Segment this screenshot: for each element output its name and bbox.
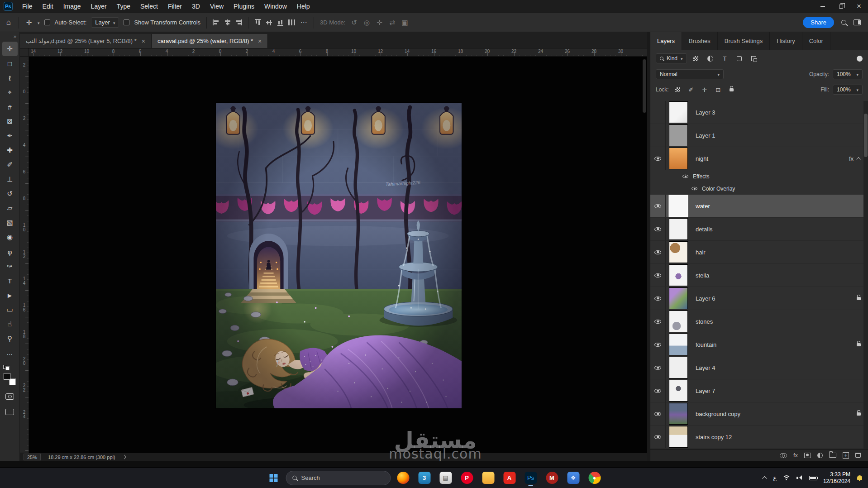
layer-visibility-toggle[interactable] [688,182,700,195]
layer-thumbnail[interactable] [666,379,691,402]
menu-item[interactable]: Image [58,0,86,13]
filter-smart-objects-icon[interactable] [749,53,759,63]
filter-toggle[interactable] [857,56,863,62]
lock-transparency-icon[interactable] [672,85,682,94]
taskbar-app-icon[interactable] [479,469,497,487]
layer-visibility-toggle[interactable] [650,147,666,170]
menu-item[interactable]: 3D [187,0,205,13]
tool-button[interactable]: ▱ [2,201,18,215]
opacity-dropdown[interactable]: 100% [833,69,863,79]
menu-item[interactable]: File [17,0,38,13]
layer-row[interactable]: Layer 7 [650,379,868,402]
wifi-icon[interactable] [782,475,791,481]
menu-item[interactable]: Plugins [229,0,259,13]
taskbar-app-icon[interactable]: Ps [522,469,540,487]
layer-visibility-toggle[interactable] [650,264,666,287]
taskbar-app-icon[interactable]: ❖ [564,469,582,487]
layer-thumbnail[interactable] [666,287,691,310]
layer-thumbnail[interactable] [666,264,691,287]
tool-button[interactable]: □ [2,56,18,71]
quick-mask-icon[interactable] [5,393,14,400]
color-swatches[interactable] [4,373,16,385]
tool-button[interactable]: ⊠ [2,114,18,129]
filter-shape-layers-icon[interactable] [734,53,745,63]
close-button[interactable] [850,0,868,13]
layer-row[interactable]: details [650,218,868,241]
taskbar-app-icon[interactable]: ● [586,469,604,487]
layer-thumbnail[interactable] [666,124,691,147]
tool-button[interactable]: ℓ [2,71,18,85]
document-tab[interactable]: caraval.psd @ 25% (water, RGB/8) * [152,34,268,48]
search-icon[interactable] [841,20,846,25]
layer-thumbnail[interactable] [666,218,691,240]
close-icon[interactable] [142,38,145,45]
align-right-icon[interactable] [235,19,242,25]
tool-button[interactable]: ▧ [2,215,18,230]
layer-visibility-toggle[interactable] [650,356,666,379]
layer-row[interactable]: water [650,195,868,218]
tool-button[interactable]: ⚲ [2,331,18,346]
canvas-artwork[interactable]: Tahimarnight226 [216,103,462,408]
menu-item[interactable]: Layer [86,0,112,13]
language-indicator[interactable]: ع [773,474,777,481]
layer-thumbnail[interactable] [666,426,691,448]
foreground-color-swatch[interactable] [4,373,10,380]
layer-thumbnail[interactable] [666,195,691,217]
tool-button[interactable]: ⊥ [2,172,18,187]
panel-tab[interactable]: Brushes [682,32,718,50]
layer-visibility-toggle[interactable] [650,241,666,263]
menu-item[interactable]: Window [259,0,292,13]
show-transform-checkbox[interactable] [124,19,129,25]
taskbar-search[interactable]: Search [286,471,391,485]
layer-row[interactable]: Effects [650,170,868,182]
taskbar-app-icon[interactable]: ▤ [437,469,455,487]
share-button[interactable]: Share [803,17,834,28]
menu-item[interactable]: Edit [38,0,58,13]
document-tab[interactable]: مولد النب,d.psd @ 25% (Layer 5, RGB/8) * [20,34,152,48]
collapse-effects-icon[interactable] [856,157,861,161]
canvas-pasteboard[interactable]: Tahimarnight226 [29,57,647,453]
layer-row[interactable]: night fx [650,147,868,170]
layer-visibility-toggle[interactable] [650,195,666,217]
default-colors-icon[interactable] [3,365,10,370]
layer-visibility-toggle[interactable] [650,333,666,356]
panel-tab[interactable]: History [770,32,802,50]
add-mask-icon[interactable] [804,453,811,458]
layer-thumbnail[interactable] [666,356,691,379]
workspace-switcher-icon[interactable] [854,19,861,25]
tray-expand-icon[interactable] [762,476,767,481]
menu-item[interactable]: Type [112,0,135,13]
tool-button[interactable]: ▭ [2,302,18,317]
tool-button[interactable]: T [2,273,18,288]
align-top-icon[interactable] [255,19,261,26]
layer-visibility-toggle[interactable] [679,170,691,182]
align-left-icon[interactable] [213,19,219,25]
lock-artboard-icon[interactable]: ⊡ [713,85,723,94]
auto-select-checkbox[interactable] [44,19,50,25]
layer-row[interactable]: Layer 1 [650,124,868,147]
panel-scrollbar[interactable] [863,101,868,449]
align-center-icon[interactable] [224,19,231,25]
start-button[interactable] [265,469,283,487]
adjustment-layer-icon[interactable] [817,453,823,458]
edit-toolbar-icon[interactable]: ⋯ [2,347,18,361]
layer-thumbnail[interactable] [666,147,691,170]
panel-tab[interactable]: Layers [650,32,682,50]
auto-select-target-dropdown[interactable]: Layer [91,17,119,28]
blend-mode-dropdown[interactable]: Normal [656,69,724,79]
home-icon[interactable] [5,18,13,27]
more-options-icon[interactable]: ⋯ [300,19,308,27]
tool-button[interactable]: ✛ [2,42,18,56]
status-chevron-icon[interactable] [122,455,126,459]
layer-row[interactable]: background copy [650,402,868,426]
align-middle-icon[interactable] [266,19,272,26]
tool-button[interactable]: ✚ [2,143,18,158]
layer-style-icon[interactable]: fx [793,452,798,459]
delete-layer-icon[interactable] [855,453,861,458]
filter-pixel-layers-icon[interactable] [691,53,701,63]
menu-item[interactable]: Filter [163,0,187,13]
layer-row[interactable]: hair [650,241,868,264]
layer-visibility-toggle[interactable] [650,310,666,333]
fill-dropdown[interactable]: 100% [833,85,863,95]
layer-visibility-toggle[interactable] [650,379,666,402]
